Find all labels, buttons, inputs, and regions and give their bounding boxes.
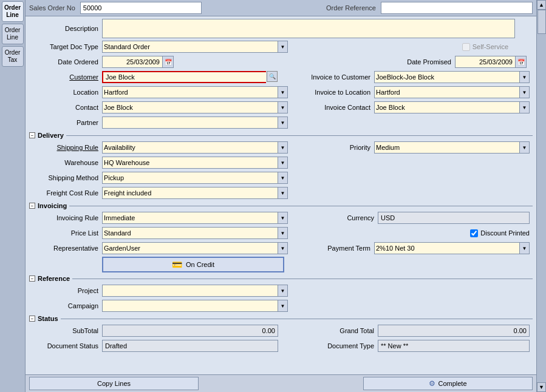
scroll-thumb[interactable]	[537, 10, 546, 34]
price-list-arrow[interactable]: ▼	[278, 227, 288, 239]
representative-arrow[interactable]: ▼	[278, 242, 288, 254]
date-promised-cal-btn[interactable]: 📅	[516, 56, 527, 68]
date-ordered-cal-btn[interactable]: 📅	[163, 56, 174, 68]
project-select[interactable]	[102, 285, 278, 297]
date-ordered-field: 📅	[102, 56, 174, 68]
copy-lines-button[interactable]: Copy Lines	[29, 377, 199, 390]
target-doc-type-arrow[interactable]: ▼	[278, 41, 288, 53]
warehouse-label: Warehouse	[29, 159, 102, 166]
partner-select[interactable]	[102, 117, 278, 129]
subtotal-value	[102, 325, 278, 337]
priority-select[interactable]: Medium	[374, 141, 520, 154]
invoicing-rule-select[interactable]: Immediate	[102, 212, 278, 224]
customer-lookup-icon[interactable]: 🔍	[267, 71, 278, 82]
date-promised-label: Date Promised	[376, 58, 455, 66]
customer-input[interactable]	[102, 71, 266, 83]
invoice-to-customer-select[interactable]: JoeBlock-Joe Block	[374, 71, 520, 83]
shipping-rule-select[interactable]: Availability	[102, 141, 278, 154]
campaign-label: Campaign	[29, 302, 102, 309]
target-doc-type-select[interactable]: Standard Order	[102, 41, 278, 53]
invoice-contact-label: Invoice Contact	[295, 104, 374, 111]
delivery-toggle[interactable]: −	[29, 132, 35, 138]
contact-select[interactable]: Joe Block	[102, 101, 278, 113]
self-service-label: Self-Service	[473, 43, 508, 50]
date-promised-input[interactable]	[455, 56, 516, 68]
partner-label: Partner	[29, 119, 102, 126]
document-type-value	[378, 340, 530, 352]
priority-label: Priority	[295, 144, 374, 151]
document-status-label: Document Status	[29, 342, 102, 350]
bottom-bar: Copy Lines ⚙ Complete	[26, 374, 536, 392]
invoicing-rule-row: Invoicing Rule Immediate ▼ Currency	[29, 211, 533, 225]
campaign-arrow[interactable]: ▼	[278, 300, 288, 312]
scroll-up-btn[interactable]: ▲	[537, 0, 546, 10]
location-arrow[interactable]: ▼	[278, 86, 288, 98]
shipping-rule-row: Shipping Rule Availability ▼ Priority Me…	[29, 141, 533, 154]
shipping-method-select[interactable]: Pickup	[102, 172, 278, 184]
campaign-select-container: ▼	[102, 300, 288, 312]
subtotal-label: SubTotal	[29, 327, 102, 334]
status-toggle[interactable]: −	[29, 316, 35, 322]
freight-cost-arrow[interactable]: ▼	[278, 187, 288, 199]
discount-printed-checkbox[interactable]	[470, 229, 478, 237]
contact-select-container: Joe Block ▼	[102, 101, 288, 113]
payment-term-label: Payment Term	[295, 245, 374, 252]
location-row: Location Hartford ▼ Invoice to Location …	[29, 86, 533, 99]
shipping-method-arrow[interactable]: ▼	[278, 172, 288, 184]
warehouse-arrow[interactable]: ▼	[278, 157, 288, 169]
on-credit-button[interactable]: 💳 On Credit	[102, 257, 284, 272]
self-service-checkbox[interactable]	[462, 43, 470, 51]
price-list-select[interactable]: Standard	[102, 227, 278, 239]
form-area: Description Target Doc Type Standard Ord…	[26, 16, 536, 374]
payment-term-select[interactable]: 2%10 Net 30	[374, 242, 520, 254]
status-section-title: Status	[38, 315, 58, 322]
campaign-select[interactable]	[102, 300, 278, 312]
customer-label[interactable]: Customer	[29, 73, 102, 81]
project-arrow[interactable]: ▼	[278, 285, 288, 297]
header-bar: Sales Order No Order Reference	[26, 0, 536, 16]
sales-order-no-input[interactable]	[80, 2, 202, 14]
description-label: Description	[29, 25, 102, 32]
warehouse-select[interactable]: HQ Warehouse	[102, 157, 278, 169]
invoice-to-location-select-container: Hartford ▼	[374, 86, 530, 98]
location-select[interactable]: Hartford	[102, 86, 278, 98]
invoice-to-location-arrow[interactable]: ▼	[520, 86, 530, 98]
priority-arrow[interactable]: ▼	[520, 141, 530, 154]
order-reference-input[interactable]	[381, 2, 533, 14]
shipping-method-select-container: Pickup ▼	[102, 172, 288, 184]
campaign-row: Campaign ▼	[29, 299, 533, 313]
contact-arrow[interactable]: ▼	[278, 101, 288, 113]
invoice-to-customer-arrow[interactable]: ▼	[520, 71, 530, 83]
representative-label: Representative	[29, 245, 102, 252]
warehouse-row: Warehouse HQ Warehouse ▼	[29, 156, 533, 169]
date-ordered-input[interactable]	[102, 56, 163, 68]
totals-row: SubTotal Grand Total	[29, 324, 533, 337]
complete-button[interactable]: ⚙ Complete	[363, 377, 533, 390]
reference-toggle[interactable]: −	[29, 275, 35, 282]
scroll-down-btn[interactable]: ▼	[537, 382, 546, 392]
tab-order-line[interactable]: OrderLine	[2, 24, 24, 44]
on-credit-row: 💳 On Credit	[29, 257, 533, 272]
invoice-to-location-select[interactable]: Hartford	[374, 86, 520, 98]
invoice-to-customer-select-container: JoeBlock-Joe Block ▼	[374, 71, 530, 83]
description-input[interactable]	[102, 19, 515, 38]
document-status-value	[102, 340, 278, 352]
tab-order-tax[interactable]: OrderTax	[2, 46, 24, 67]
freight-cost-select[interactable]: Freight included	[102, 187, 278, 199]
shipping-rule-label[interactable]: Shipping Rule	[29, 144, 102, 151]
invoicing-rule-arrow[interactable]: ▼	[278, 212, 288, 224]
grand-total-label: Grand Total	[299, 327, 378, 334]
representative-select-container: GardenUser ▼	[102, 242, 288, 254]
invoice-contact-select[interactable]: Joe Block	[374, 101, 520, 113]
payment-term-arrow[interactable]: ▼	[520, 242, 530, 254]
tab-order[interactable]: Order Line	[2, 1, 24, 22]
partner-arrow[interactable]: ▼	[278, 117, 288, 129]
invoicing-toggle[interactable]: −	[29, 203, 35, 209]
status-section-line	[61, 319, 533, 319]
copy-lines-label: Copy Lines	[97, 380, 131, 387]
shipping-method-label: Shipping Method	[29, 174, 102, 181]
representative-row: Representative GardenUser ▼ Payment Term…	[29, 242, 533, 255]
invoice-contact-arrow[interactable]: ▼	[520, 101, 530, 113]
representative-select[interactable]: GardenUser	[102, 242, 278, 254]
shipping-rule-arrow[interactable]: ▼	[278, 141, 288, 154]
